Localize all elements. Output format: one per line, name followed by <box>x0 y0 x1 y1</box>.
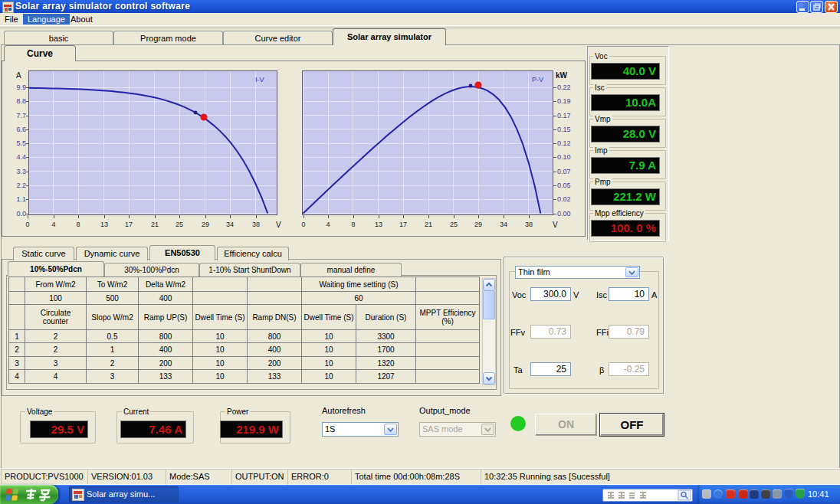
svg-text:I-V: I-V <box>255 76 264 83</box>
svg-text:P-V: P-V <box>532 76 543 83</box>
